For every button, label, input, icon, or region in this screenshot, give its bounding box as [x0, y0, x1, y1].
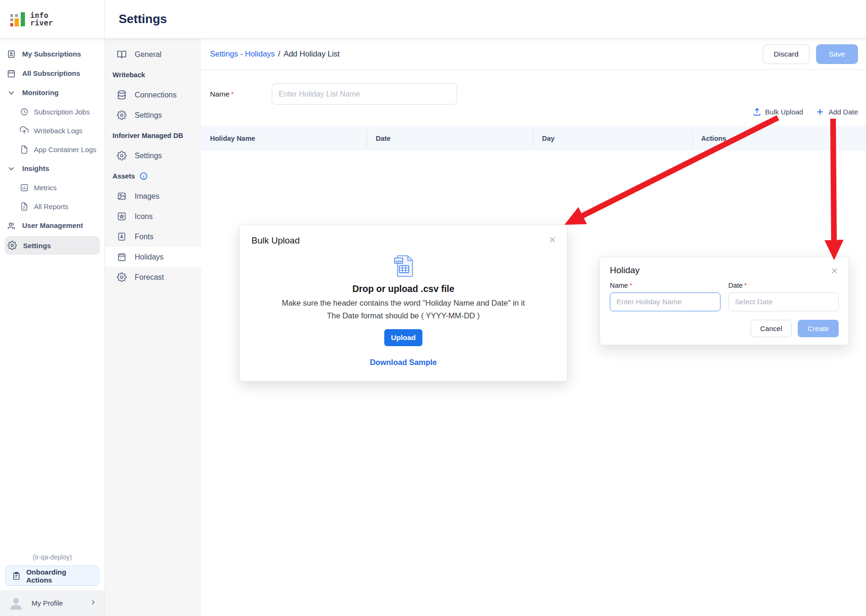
sidebar-item-label: All Subscriptions: [22, 69, 80, 77]
plus-icon: [816, 107, 825, 116]
upload-button[interactable]: Upload: [384, 329, 422, 346]
sidebar-item-label: My Subscriptions: [22, 50, 81, 58]
settings-nav-writeback-settings[interactable]: Settings: [105, 105, 201, 125]
holiday-modal-fields: Name* Date*: [610, 282, 839, 311]
info-icon[interactable]: [139, 172, 148, 180]
settings-nav-managed-db-settings[interactable]: Settings: [105, 146, 201, 166]
holiday-name-input[interactable]: [610, 292, 720, 311]
holiday-date-field: Date*: [728, 282, 839, 311]
bar-chart-icon: [20, 183, 29, 192]
bulk-upload-link[interactable]: Bulk Upload: [753, 107, 803, 116]
onboarding-actions-button[interactable]: Onboarding Actions: [5, 566, 99, 586]
logo: info river: [0, 0, 105, 38]
settings-nav-fonts[interactable]: Fonts: [105, 227, 201, 247]
holiday-date-input[interactable]: [728, 292, 839, 311]
database-icon: [117, 90, 127, 100]
close-icon[interactable]: [548, 235, 557, 246]
save-button[interactable]: Save: [816, 44, 858, 64]
settings-nav-label: General: [135, 50, 162, 59]
breadcrumb-current: Add Holiday List: [283, 49, 340, 58]
settings-nav-label: Icons: [135, 212, 153, 221]
breadcrumb-separator: /: [275, 49, 284, 58]
sidebar-item-label: App Container Logs: [34, 146, 97, 154]
logo-text: info river: [30, 12, 53, 27]
sidebar-item-user-management[interactable]: User Management: [0, 216, 105, 235]
drop-title: Drop or upload .csv file: [352, 284, 454, 294]
chevron-down-icon: [7, 88, 16, 97]
chevron-right-icon: [89, 599, 97, 608]
name-label: Name*: [210, 90, 272, 98]
sidebar-item-all-reports[interactable]: All Reports: [0, 197, 105, 216]
holiday-list-name-row: Name*: [201, 83, 866, 105]
gear-icon: [117, 110, 127, 120]
settings-nav-general[interactable]: General: [105, 44, 201, 65]
settings-nav-section-writeback: Writeback: [105, 65, 201, 85]
book-open-icon: [117, 49, 127, 59]
report-icon: [20, 202, 29, 211]
settings-nav-label: Images: [135, 192, 159, 201]
add-date-link[interactable]: Add Date: [816, 107, 858, 116]
settings-nav-label: Fonts: [135, 233, 154, 241]
settings-nav-forecast[interactable]: Forecast: [105, 267, 201, 287]
breadcrumb-link[interactable]: Settings - Holidays: [210, 49, 275, 58]
sidebar-item-settings[interactable]: Settings: [5, 236, 100, 255]
sidebar-item-all-subscriptions[interactable]: All Subscriptions: [0, 64, 105, 83]
settings-nav-holidays[interactable]: Holidays: [105, 247, 201, 267]
settings-nav-images[interactable]: Images: [105, 186, 201, 206]
chevron-down-icon: [7, 164, 16, 173]
csv-file-icon: csv: [393, 254, 414, 278]
breadcrumb-row: Settings - Holidays / Add Holiday List D…: [201, 39, 866, 70]
download-sample-link[interactable]: Download Sample: [370, 358, 437, 367]
sidebar-item-writeback-logs[interactable]: Writeback Logs: [0, 121, 105, 140]
holiday-modal: Holiday Name* Date* Ca: [599, 257, 849, 345]
holiday-name-label-text: Name: [610, 282, 628, 289]
clock-icon: [20, 107, 29, 116]
settings-nav-connections[interactable]: Connections: [105, 85, 201, 105]
gear-icon: [8, 241, 17, 250]
required-marker: *: [229, 90, 234, 98]
sidebar-group-monitoring[interactable]: Monitoring: [0, 83, 105, 102]
star-badge-icon: [117, 211, 127, 221]
create-button[interactable]: Create: [798, 320, 839, 337]
sidebar-item-app-container-logs[interactable]: App Container Logs: [0, 140, 105, 159]
column-header-actions: Actions: [692, 126, 866, 151]
image-icon: [117, 191, 127, 201]
my-profile-label: My Profile: [32, 599, 63, 607]
sidebar-footer: (ir-qa-deploy) Onboarding Actions My Pro…: [0, 553, 105, 616]
holiday-modal-title: Holiday: [610, 265, 839, 276]
holiday-list-name-input[interactable]: [272, 83, 457, 105]
calendar-icon: [7, 69, 16, 78]
cloud-upload-icon: [20, 126, 29, 135]
discard-button[interactable]: Discard: [763, 44, 809, 64]
sidebar-group-label: Insights: [22, 164, 49, 172]
sidebar-item-label: User Management: [22, 221, 83, 229]
settings-nav-section-assets: Assets: [105, 166, 201, 186]
sidebar-item-subscription-jobs[interactable]: Subscription Jobs: [0, 102, 105, 121]
holiday-calendar-icon: [117, 252, 127, 262]
onboarding-actions-label: Onboarding Actions: [26, 568, 93, 584]
sidebar-group-insights[interactable]: Insights: [0, 159, 105, 178]
sidebar-item-metrics[interactable]: Metrics: [0, 178, 105, 197]
required-marker: *: [628, 282, 632, 289]
tenant-label: (ir-qa-deploy): [0, 553, 105, 561]
bulk-upload-dropzone[interactable]: csv Drop or upload .csv file Make sure t…: [240, 254, 567, 367]
clipboard-icon: [12, 571, 21, 581]
close-icon[interactable]: [830, 266, 839, 277]
sidebar-item-label: Writeback Logs: [34, 127, 82, 135]
my-profile-button[interactable]: My Profile: [0, 590, 105, 616]
holiday-name-field: Name*: [610, 282, 720, 311]
svg-text:csv: csv: [395, 259, 402, 263]
cancel-button[interactable]: Cancel: [751, 320, 792, 337]
holiday-modal-buttons: Cancel Create: [610, 320, 839, 337]
sidebar: My Subscriptions All Subscriptions Monit…: [0, 39, 105, 616]
top-bar: info river Settings: [0, 0, 866, 39]
sidebar-item-label: Metrics: [34, 184, 57, 192]
settings-nav-icons[interactable]: Icons: [105, 206, 201, 227]
upload-icon: [753, 107, 761, 116]
sidebar-item-my-subscriptions[interactable]: My Subscriptions: [0, 44, 105, 64]
bulk-upload-modal-title: Bulk Upload: [251, 235, 299, 246]
sidebar-item-label: All Reports: [34, 203, 68, 211]
main-content: Settings - Holidays / Add Holiday List D…: [201, 39, 866, 616]
drop-instruction-2: The Date format should be ( YYYY-MM-DD ): [327, 312, 480, 319]
avatar: [8, 595, 24, 612]
